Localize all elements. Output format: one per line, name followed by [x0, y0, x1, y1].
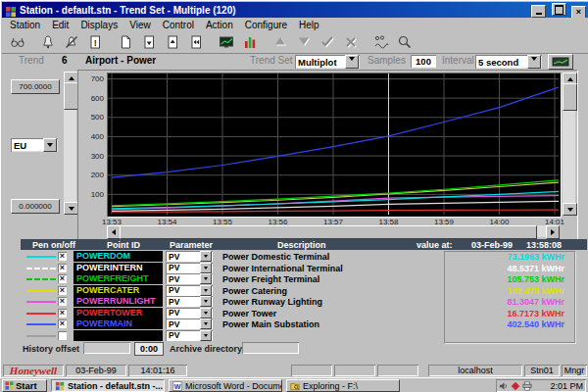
taskbar-task-station[interactable]: Station - default.stn -...: [51, 379, 165, 392]
alarm-bell-icon[interactable]: [37, 33, 59, 52]
menu-item-view[interactable]: View: [123, 20, 157, 30]
menu-item-help[interactable]: Help: [293, 20, 325, 30]
archive-directory-input[interactable]: [242, 342, 299, 354]
point-description: Power Catering: [222, 286, 287, 296]
start-button[interactable]: Start: [2, 379, 47, 392]
history-offset-input[interactable]: [83, 342, 130, 354]
pen-enabled-checkbox[interactable]: ×: [58, 264, 67, 272]
archive-directory-label: Archive directory: [170, 344, 242, 354]
goto-spectacles-icon[interactable]: [7, 33, 28, 52]
status-station-id: Stn01: [524, 365, 560, 376]
pen-enabled-checkbox[interactable]: ×: [58, 252, 67, 261]
print-tray-icon[interactable]: [522, 381, 534, 391]
pen-style-swatch: [26, 290, 56, 292]
range-min-field[interactable]: 0.000000: [11, 199, 60, 214]
trend-plot[interactable]: [107, 73, 562, 218]
chevron-down-icon[interactable]: [200, 273, 212, 284]
trend-title: Airport - Power: [85, 55, 156, 66]
scroll-left-icon[interactable]: [107, 225, 121, 239]
pen-table-row: ×POWERINTERNPVPower International Termin…: [1, 263, 588, 274]
point-value: 16.7173 kWHr: [452, 309, 564, 318]
chevron-down-icon[interactable]: [43, 138, 57, 152]
chevron-down-icon[interactable]: [527, 55, 541, 69]
parameter-combo[interactable]: PV: [166, 308, 213, 318]
scroll-down-icon[interactable]: [64, 202, 78, 215]
chart-area: 700.0000 EU 0.000000 1002003004005006007…: [1, 70, 588, 239]
volume-icon[interactable]: [499, 381, 511, 391]
chart-h-scrollbar[interactable]: [107, 225, 560, 237]
interval-combo[interactable]: 5 second: [475, 55, 542, 69]
taskbar-task-word[interactable]: WMicrosoft Word - Document5: [169, 379, 282, 392]
chevron-down-icon[interactable]: [200, 263, 212, 273]
point-value: 102.475 kWHr: [452, 286, 564, 296]
point-id-cell: POWERDOM: [74, 251, 163, 262]
taskbar-task-explorer[interactable]: Exploring - F:\: [286, 379, 400, 392]
chart-right-scrollbar[interactable]: [563, 73, 575, 216]
parameter-combo[interactable]: PV: [166, 318, 213, 329]
y-axis-tick-label: 100: [78, 190, 104, 199]
minimize-button[interactable]: [531, 5, 546, 18]
parameter-combo[interactable]: PV: [166, 263, 213, 273]
menu-item-displays[interactable]: Displays: [74, 20, 123, 30]
trend-set-combo[interactable]: Multiplot: [295, 55, 360, 69]
recorder-button[interactable]: [548, 54, 573, 70]
eu-combo[interactable]: EU: [11, 138, 58, 152]
parameter-combo[interactable]: PV: [166, 296, 213, 307]
toolbar-separator: [107, 33, 114, 52]
page-back-icon[interactable]: [185, 33, 207, 52]
cancel-icon[interactable]: [340, 33, 362, 52]
pen-enabled-checkbox[interactable]: ×: [58, 297, 67, 306]
scrollbar-thumb[interactable]: [64, 82, 78, 110]
raise-icon[interactable]: [270, 33, 291, 52]
parameter-combo[interactable]: PV: [166, 285, 213, 296]
menu-item-control[interactable]: Control: [157, 20, 200, 30]
pen-enabled-checkbox[interactable]: ×: [58, 286, 67, 295]
page-icon[interactable]: [115, 33, 136, 52]
parameter-combo[interactable]: PV: [166, 251, 213, 262]
maximize-button[interactable]: [552, 3, 566, 16]
menu-item-configure[interactable]: Configure: [239, 20, 293, 30]
scroll-right-icon[interactable]: [546, 225, 560, 239]
chevron-down-icon[interactable]: [200, 251, 212, 262]
range-max-field[interactable]: 700.0000: [11, 79, 60, 94]
pen-enabled-checkbox[interactable]: ×: [58, 274, 67, 283]
zoom-icon[interactable]: [394, 33, 416, 52]
parameter-combo[interactable]: PV: [166, 273, 213, 284]
parameter-combo[interactable]: PV: [166, 330, 213, 341]
accept-icon[interactable]: [317, 33, 338, 52]
chevron-down-icon[interactable]: [200, 285, 212, 296]
samples-label: Samples: [368, 55, 406, 66]
scroll-down-icon[interactable]: [563, 203, 577, 216]
pen-style-swatch: [26, 301, 56, 303]
chevron-down-icon[interactable]: [200, 308, 212, 318]
samples-field[interactable]: 100: [411, 55, 436, 68]
alarm-disable-icon[interactable]: [61, 33, 82, 52]
page-up-icon[interactable]: [162, 33, 183, 52]
pen-enabled-checkbox[interactable]: ×: [58, 319, 67, 328]
trend-chart-frame: 100200300400500600700 13:5313:5413:5513:…: [77, 70, 578, 240]
lower-icon[interactable]: [293, 33, 315, 52]
pen-enabled-checkbox[interactable]: [58, 331, 67, 340]
pen-enabled-checkbox[interactable]: ×: [58, 309, 67, 318]
header-point-id: Point ID: [107, 240, 140, 250]
alarm-tray-icon[interactable]: [511, 381, 522, 391]
scrollbar-thumb[interactable]: [563, 83, 577, 111]
chevron-down-icon[interactable]: [200, 318, 212, 329]
menu-item-action[interactable]: Action: [200, 20, 239, 30]
correlate-icon[interactable]: [370, 33, 392, 52]
point-id-cell: POWERINTERN: [74, 263, 163, 273]
trend-display-icon[interactable]: [216, 33, 237, 52]
chevron-down-icon[interactable]: [345, 55, 359, 69]
menu-item-station[interactable]: Station: [4, 20, 46, 30]
group-display-icon[interactable]: [239, 33, 261, 52]
chevron-down-icon[interactable]: [200, 330, 212, 341]
page-down-icon[interactable]: [138, 33, 160, 52]
scrollbar-thumb[interactable]: [120, 225, 537, 239]
pen-style-swatch: [26, 256, 56, 258]
chart-left-scrollbar[interactable]: [64, 72, 76, 215]
history-offset-value: 0:00: [134, 342, 164, 356]
chevron-down-icon[interactable]: [200, 296, 212, 307]
alarm-page-icon[interactable]: !: [84, 33, 106, 52]
menu-item-edit[interactable]: Edit: [46, 20, 74, 30]
pen-style-swatch: [26, 323, 56, 325]
